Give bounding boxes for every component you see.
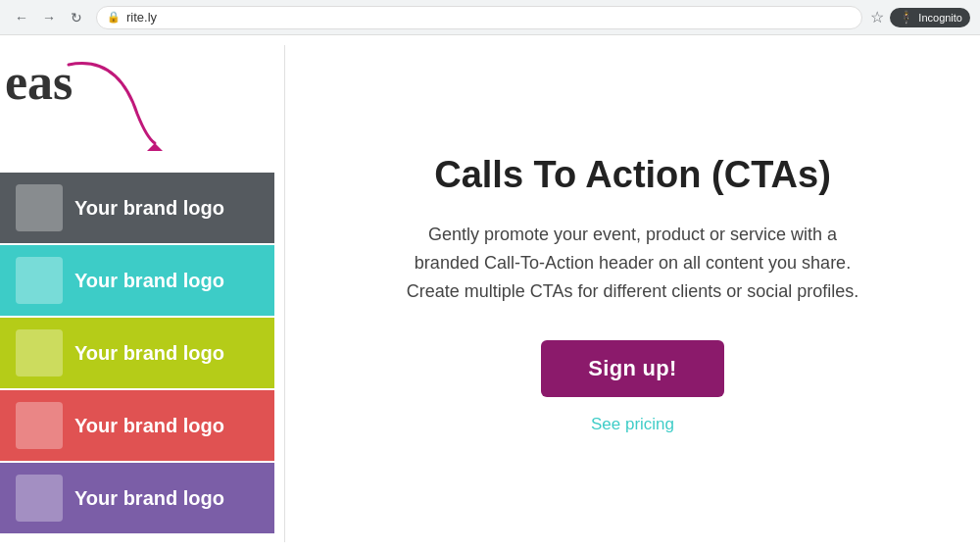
brand-thumb-5 <box>16 475 63 522</box>
signup-button[interactable]: Sign up! <box>541 340 723 397</box>
incognito-badge: 🕴 Incognito <box>890 8 970 27</box>
curved-arrow-icon <box>39 45 176 153</box>
incognito-icon: 🕴 <box>898 10 914 25</box>
brand-bar-2: Your brand logo <box>0 245 274 316</box>
forward-button[interactable]: → <box>37 6 61 29</box>
brand-thumb-4 <box>16 402 63 449</box>
address-bar[interactable]: 🔒 rite.ly <box>96 6 862 29</box>
brand-bars-container: Your brand logo Your brand logo Your bra… <box>0 173 274 535</box>
brand-thumb-2 <box>16 257 63 304</box>
nav-buttons: ← → ↻ <box>10 6 88 29</box>
brand-label-5: Your brand logo <box>74 487 224 510</box>
arrow-container <box>39 45 176 153</box>
page-description: Gently promote your event, product or se… <box>398 221 868 305</box>
url-text: rite.ly <box>126 10 157 25</box>
browser-toolbar: ← → ↻ 🔒 rite.ly ☆ 🕴 Incognito <box>0 0 980 35</box>
brand-label-3: Your brand logo <box>74 342 224 365</box>
page-title: Calls To Action (CTAs) <box>434 153 831 198</box>
brand-bar-3: Your brand logo <box>0 318 274 388</box>
brand-thumb-1 <box>16 184 63 231</box>
brand-label-1: Your brand logo <box>74 197 224 220</box>
brand-bar-4: Your brand logo <box>0 390 274 461</box>
see-pricing-link[interactable]: See pricing <box>591 415 674 434</box>
brand-label-2: Your brand logo <box>74 270 224 292</box>
brand-thumb-3 <box>16 329 63 376</box>
bookmark-button[interactable]: ☆ <box>870 8 884 26</box>
svg-marker-0 <box>147 143 163 151</box>
left-panel: eas Your brand logo Your brand logo Your… <box>0 35 284 552</box>
incognito-label: Incognito <box>918 12 962 24</box>
brand-bar-5: Your brand logo <box>0 463 274 533</box>
right-panel: Calls To Action (CTAs) Gently promote yo… <box>285 35 980 552</box>
back-button[interactable]: ← <box>10 6 33 29</box>
lock-icon: 🔒 <box>107 11 121 24</box>
browser-actions: ☆ 🕴 Incognito <box>870 8 970 27</box>
reload-button[interactable]: ↻ <box>65 6 88 29</box>
main-content: eas Your brand logo Your brand logo Your… <box>0 35 980 552</box>
brand-bar-1: Your brand logo <box>0 173 274 243</box>
brand-label-4: Your brand logo <box>74 415 224 437</box>
